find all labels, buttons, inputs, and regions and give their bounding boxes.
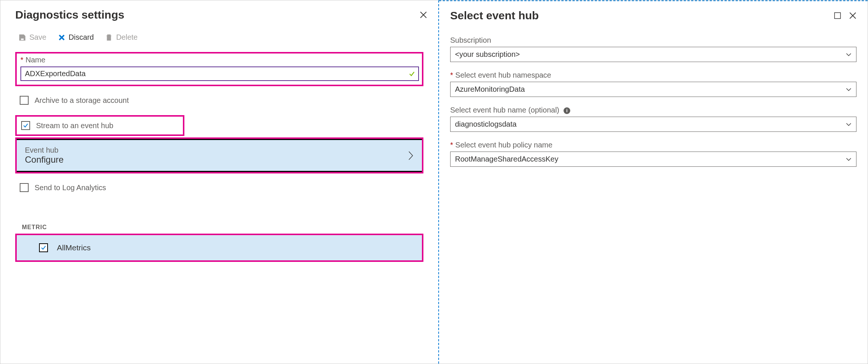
subscription-label: Subscription: [450, 36, 856, 45]
chevron-down-icon: [846, 123, 852, 126]
hubname-value: diagnosticlogsdata: [455, 120, 517, 129]
delete-label: Delete: [116, 33, 138, 42]
allmetrics-row[interactable]: AllMetrics: [17, 235, 422, 260]
namespace-value: AzureMonitoringData: [455, 85, 525, 94]
discard-icon: [58, 33, 66, 42]
restore-icon[interactable]: [834, 12, 841, 19]
policy-label: *Select event hub policy name: [450, 141, 856, 149]
diagnostics-settings-panel: Diagnostics settings Save Discard Delete: [0, 0, 439, 364]
select-event-hub-panel: Select event hub Subscription <your subs…: [439, 0, 868, 364]
archive-label: Archive to a storage account: [35, 96, 129, 105]
close-icon-right[interactable]: [849, 12, 856, 19]
chevron-down-icon: [846, 157, 852, 161]
configure-value: Configure: [25, 155, 64, 165]
close-icon[interactable]: [420, 11, 427, 19]
panel-title-left: Diagnostics settings: [15, 9, 124, 21]
metric-section-label: METRIC: [15, 224, 423, 231]
chevron-down-icon: [846, 88, 852, 91]
name-label: *Name: [20, 56, 419, 64]
name-input[interactable]: [20, 66, 419, 81]
save-label: Save: [29, 33, 46, 42]
policy-value: RootManageSharedAccessKey: [455, 155, 558, 163]
namespace-label: *Select event hub namespace: [450, 71, 856, 79]
configure-eventhub-button[interactable]: Event hub Configure: [17, 139, 422, 172]
save-button[interactable]: Save: [18, 33, 46, 42]
allmetrics-label: AllMetrics: [57, 243, 91, 252]
allmetrics-checkbox[interactable]: [39, 243, 48, 252]
policy-select[interactable]: RootManageSharedAccessKey: [450, 152, 856, 167]
archive-checkbox[interactable]: [20, 96, 29, 105]
chevron-right-icon: [408, 150, 414, 161]
archive-checkbox-row[interactable]: Archive to a storage account: [15, 91, 423, 109]
delete-button[interactable]: Delete: [105, 33, 138, 42]
stream-checkbox[interactable]: [21, 121, 30, 130]
hubname-label: Select event hub name (optional) i: [450, 106, 856, 114]
svg-rect-4: [835, 13, 840, 19]
eventhub-label: Event hub: [25, 146, 64, 155]
subscription-select[interactable]: <your subscription>: [450, 47, 856, 62]
stream-highlight: Stream to an event hub: [15, 115, 184, 136]
toolbar: Save Discard Delete: [0, 24, 438, 52]
info-icon[interactable]: i: [564, 107, 570, 114]
subscription-value: <your subscription>: [455, 50, 520, 59]
name-field-highlight: *Name: [15, 52, 423, 86]
chevron-down-icon: [846, 53, 852, 56]
metric-highlight: AllMetrics: [15, 234, 423, 262]
log-analytics-checkbox[interactable]: [20, 183, 29, 192]
panel-header-right: Select event hub: [439, 1, 868, 25]
log-analytics-label: Send to Log Analytics: [35, 183, 106, 192]
hubname-select[interactable]: diagnosticlogsdata: [450, 117, 856, 132]
namespace-select[interactable]: AzureMonitoringData: [450, 82, 856, 97]
log-analytics-checkbox-row[interactable]: Send to Log Analytics: [15, 179, 423, 196]
save-icon: [18, 33, 26, 42]
panel-title-right: Select event hub: [450, 9, 539, 22]
valid-check-icon: [409, 71, 415, 77]
panel-header-left: Diagnostics settings: [0, 0, 438, 24]
delete-icon: [105, 33, 113, 42]
discard-button[interactable]: Discard: [58, 33, 94, 42]
stream-checkbox-row[interactable]: Stream to an event hub: [17, 117, 183, 134]
discard-label: Discard: [69, 33, 94, 42]
stream-label: Stream to an event hub: [36, 121, 113, 130]
configure-highlight: Event hub Configure: [15, 137, 423, 173]
